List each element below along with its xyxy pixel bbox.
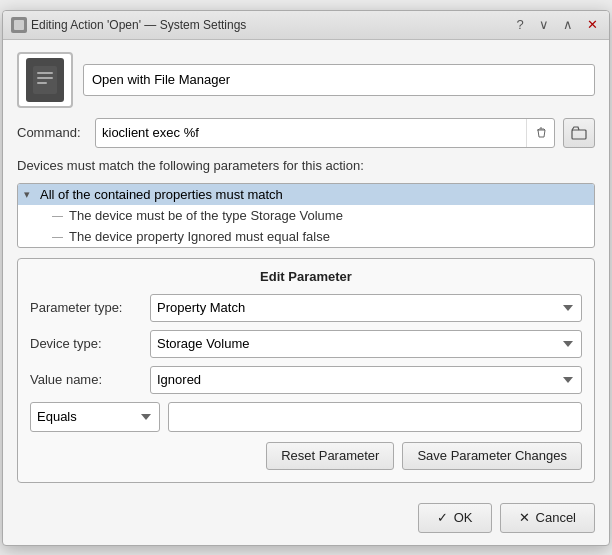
titlebar: Editing Action 'Open' — System Settings … bbox=[3, 11, 609, 40]
ok-button[interactable]: ✓ OK bbox=[418, 503, 492, 533]
edit-parameter-section: Edit Parameter Parameter type: Property … bbox=[17, 258, 595, 483]
app-icon-box[interactable] bbox=[17, 52, 73, 108]
cancel-x-icon: ✕ bbox=[519, 510, 530, 525]
tree-dash-2: — bbox=[52, 230, 63, 242]
tree-child-label-2: The device property Ignored must equal f… bbox=[69, 229, 330, 244]
window-icon bbox=[11, 17, 27, 33]
command-input[interactable] bbox=[96, 119, 526, 147]
close-button[interactable]: ✕ bbox=[583, 16, 601, 34]
svg-rect-1 bbox=[33, 66, 57, 94]
tree-child-row-2[interactable]: — The device property Ignored must equal… bbox=[46, 226, 594, 247]
parameter-type-select[interactable]: Property Match bbox=[150, 294, 582, 322]
tree-child-label-1: The device must be of the type Storage V… bbox=[69, 208, 343, 223]
tree-root-row[interactable]: ▾ All of the contained properties must m… bbox=[18, 184, 594, 205]
command-clear-button[interactable] bbox=[526, 119, 554, 147]
dialog-buttons: ✓ OK ✕ Cancel bbox=[3, 495, 609, 545]
command-input-wrap bbox=[95, 118, 555, 148]
svg-rect-2 bbox=[37, 72, 53, 74]
svg-rect-4 bbox=[37, 82, 47, 84]
params-description: Devices must match the following paramet… bbox=[17, 158, 595, 173]
device-type-row: Device type: Storage Volume bbox=[30, 330, 582, 358]
expand-button[interactable]: ∧ bbox=[559, 16, 577, 34]
parameter-type-label: Parameter type: bbox=[30, 300, 140, 315]
value-name-select[interactable]: Ignored bbox=[150, 366, 582, 394]
device-type-label: Device type: bbox=[30, 336, 140, 351]
section-title: Edit Parameter bbox=[30, 269, 582, 284]
tree-children: — The device must be of the type Storage… bbox=[18, 205, 594, 247]
main-content: Command: Devices must match t bbox=[3, 40, 609, 495]
cancel-button[interactable]: ✕ Cancel bbox=[500, 503, 595, 533]
command-browse-button[interactable] bbox=[563, 118, 595, 148]
cancel-label: Cancel bbox=[536, 510, 576, 525]
save-parameter-button[interactable]: Save Parameter Changes bbox=[402, 442, 582, 470]
name-row bbox=[17, 52, 595, 108]
window-title: Editing Action 'Open' — System Settings bbox=[31, 18, 246, 32]
value-name-label: Value name: bbox=[30, 372, 140, 387]
app-icon bbox=[26, 58, 64, 102]
tree-child-row-1[interactable]: — The device must be of the type Storage… bbox=[46, 205, 594, 226]
tree-box: ▾ All of the contained properties must m… bbox=[17, 183, 595, 248]
parameter-type-row: Parameter type: Property Match bbox=[30, 294, 582, 322]
value-text-input[interactable] bbox=[168, 402, 582, 432]
main-window: Editing Action 'Open' — System Settings … bbox=[2, 10, 610, 546]
svg-rect-7 bbox=[572, 130, 586, 139]
command-label: Command: bbox=[17, 125, 87, 140]
action-name-input[interactable] bbox=[83, 64, 595, 96]
reset-parameter-button[interactable]: Reset Parameter bbox=[266, 442, 394, 470]
svg-rect-0 bbox=[14, 20, 24, 30]
tree-root-label: All of the contained properties must mat… bbox=[40, 187, 283, 202]
titlebar-controls: ? ∨ ∧ ✕ bbox=[511, 16, 601, 34]
value-name-row: Value name: Ignored bbox=[30, 366, 582, 394]
collapse-button[interactable]: ∨ bbox=[535, 16, 553, 34]
device-type-select[interactable]: Storage Volume bbox=[150, 330, 582, 358]
equals-row: Equals bbox=[30, 402, 582, 432]
equals-select[interactable]: Equals bbox=[30, 402, 160, 432]
command-row: Command: bbox=[17, 118, 595, 148]
titlebar-left: Editing Action 'Open' — System Settings bbox=[11, 17, 246, 33]
svg-rect-3 bbox=[37, 77, 53, 79]
tree-dash-1: — bbox=[52, 209, 63, 221]
help-button[interactable]: ? bbox=[511, 16, 529, 34]
ok-label: OK bbox=[454, 510, 473, 525]
tree-chevron: ▾ bbox=[24, 188, 36, 201]
parameter-buttons: Reset Parameter Save Parameter Changes bbox=[30, 442, 582, 470]
ok-checkmark-icon: ✓ bbox=[437, 510, 448, 525]
